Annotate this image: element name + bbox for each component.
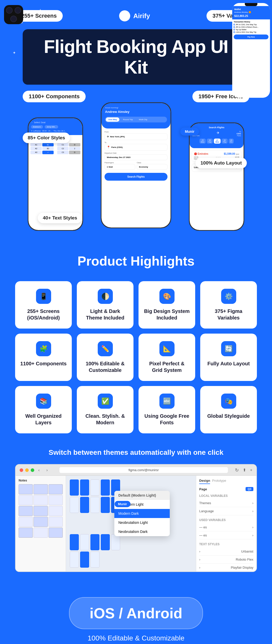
text-styles-title: Text styles [199, 542, 253, 546]
cs-4 [101, 479, 110, 496]
dropdown-modern-dark[interactable]: Modern Dark [114, 509, 170, 518]
platform-pill: iOS / Android [69, 597, 203, 629]
thumb-11[interactable] [33, 517, 48, 527]
thumb-3[interactable] [49, 484, 63, 494]
highlight-icon-8: 📚 [36, 394, 51, 409]
thumb-14[interactable] [33, 528, 48, 538]
cs-9 [101, 497, 110, 513]
components-badge: 1100+ Components [23, 91, 86, 102]
sparkle-1: ✦ [38, 8, 43, 15]
left-thumbnails [19, 484, 63, 538]
dropdown-neo-light[interactable]: Neobrutalism Light [114, 518, 170, 527]
used-vars-title: Used variables [199, 518, 253, 522]
prototype-tab[interactable]: Prototype [212, 479, 226, 484]
phone-center: Good morning! Andrew Ainsley One-Way Rou… [101, 102, 171, 228]
highlight-card-0: 📱 255+ Screens (iOS/Android) [15, 281, 72, 329]
font-playfair[interactable]: ›Playfair Display [199, 564, 253, 572]
thumb-13[interactable] [19, 528, 33, 538]
csb-5 [111, 534, 120, 550]
highlight-label-6: Pixel Perfect & Grid System [144, 360, 190, 373]
cs-6 [70, 497, 79, 513]
highlight-icon-7: 🔄 [221, 341, 236, 356]
figma-right-panel: Design Prototype Page Q3 Local variables… [196, 476, 256, 571]
figma-dot-minimize[interactable] [25, 468, 29, 472]
text-styles-label: 40+ Text Styles [38, 213, 82, 223]
figma-tabs: Design Prototype [199, 479, 253, 484]
page-count[interactable]: Q3 [246, 487, 253, 491]
figma-share-icon[interactable]: ⬆ [243, 468, 246, 472]
theme-section: Switch between themes automatically with… [0, 443, 272, 587]
color-styles-label: 85+ Color Styles [23, 133, 70, 143]
sparkle-3: ✦ [222, 40, 227, 47]
highlight-label-0: 255+ Screens (iOS/Android) [20, 308, 67, 321]
thumb-12[interactable] [49, 517, 63, 527]
figma-titlebar: ‹ › figma.com/@munirsr ↻ ⬆ + [16, 465, 256, 476]
phone-right-screen: Search Flights From JFK New York ✈ To CD [190, 123, 244, 230]
dropdown-neo-dark[interactable]: Neobrutalism Dark [114, 527, 170, 536]
highlight-icon-5: ✏️ [98, 341, 113, 356]
highlight-card-1: 🌓 Light & Dark Theme Included [77, 281, 133, 329]
platform-subtitle: 100% Editable & Customizable [15, 634, 257, 642]
thumb-7[interactable] [19, 506, 33, 516]
figma-refresh-icon[interactable]: ↻ [235, 467, 239, 473]
munir-tag-header: Munir [180, 127, 199, 136]
highlight-card-3: ⚙️ 375+ Figma Variables [200, 281, 257, 329]
thumb-9[interactable] [49, 506, 63, 516]
figma-mockup: ‹ › figma.com/@munirsr ↻ ⬆ + Notes [15, 464, 257, 572]
highlight-label-11: Global Styleguide [207, 413, 250, 419]
highlight-label-1: Light & Dark Theme Included [82, 308, 128, 321]
dropdown-default[interactable]: Default (Modern Light) [114, 491, 170, 500]
sub-badges-row: 1100+ Components 1950+ Free Icons [23, 91, 249, 102]
csb-2 [80, 534, 89, 550]
themes-item[interactable]: Themes › [199, 499, 253, 507]
figma-forward-icon[interactable]: › [46, 468, 52, 472]
highlight-label-7: Fully Auto Layout [207, 360, 250, 367]
thumb-10[interactable] [19, 517, 33, 527]
cs-7 [80, 497, 89, 513]
used-var-2: — es› [199, 531, 253, 539]
font-roboto[interactable]: ›Roboto Flex [199, 556, 253, 564]
figma-dot-close[interactable] [20, 468, 23, 472]
brand-logo: ✈ Airify [119, 10, 150, 21]
sparkle-4: ✦ [218, 15, 222, 20]
used-var-1: — es› [199, 523, 253, 531]
figma-body: Notes [16, 476, 256, 571]
page-row: Page Q3 [199, 487, 253, 491]
highlight-icon-2: 🎨 [159, 289, 175, 304]
thumb-4[interactable] [19, 495, 33, 505]
highlight-card-10: 🔤 Using Google Free Fonts [139, 386, 195, 433]
highlight-label-3: 375+ Figma Variables [205, 308, 252, 321]
page-label: Page [199, 487, 207, 491]
thumb-8[interactable] [33, 506, 48, 516]
highlight-icon-4: 🧩 [36, 341, 51, 356]
highlight-label-9: Clean. Stylish. & Modern [82, 413, 128, 426]
highlight-icon-6: 📐 [159, 341, 175, 356]
thumb-6[interactable] [49, 495, 63, 505]
figma-back-icon[interactable]: ‹ [38, 468, 44, 472]
csb-4 [101, 534, 110, 550]
local-vars-title: Local variables [199, 494, 253, 498]
design-tab[interactable]: Design [199, 479, 210, 484]
canvas-screens-top [70, 479, 120, 513]
figma-main-canvas[interactable]: Default (Modern Light) ✓ Modern Light Mo… [66, 476, 196, 571]
highlight-label-8: Well Organized Layers [20, 413, 67, 426]
figma-dot-maximize[interactable] [31, 468, 34, 472]
phone-right: Search Flights From JFK New York ✈ To CD [189, 122, 244, 231]
figma-add-tab-icon[interactable]: + [250, 468, 252, 472]
figma-url-bar: figma.com/@munirsr [59, 467, 228, 473]
phone-center-screen: Good morning! Andrew Ainsley One-Way Rou… [101, 103, 171, 228]
platform-section: iOS / Android 100% Editable & Customizab… [0, 587, 272, 644]
highlight-icon-3: ⚙️ [221, 289, 236, 304]
thumb-2[interactable] [33, 484, 48, 494]
logo-icon: ✈ [119, 10, 130, 21]
language-item[interactable]: Language › [199, 507, 253, 515]
theme-dropdown[interactable]: Default (Modern Light) ✓ Modern Light Mo… [114, 491, 170, 536]
brand-name: Airify [133, 12, 150, 20]
thumb-5[interactable] [33, 495, 48, 505]
thumb-1[interactable] [19, 484, 33, 494]
font-urbanist[interactable]: ›Urbanist [199, 548, 253, 556]
highlight-card-6: 📐 Pixel Perfect & Grid System [139, 334, 195, 381]
thumb-15[interactable] [49, 528, 63, 538]
highlight-icon-10: 🔤 [159, 394, 175, 409]
main-title: Flight Booking App UI Kit [38, 36, 234, 78]
